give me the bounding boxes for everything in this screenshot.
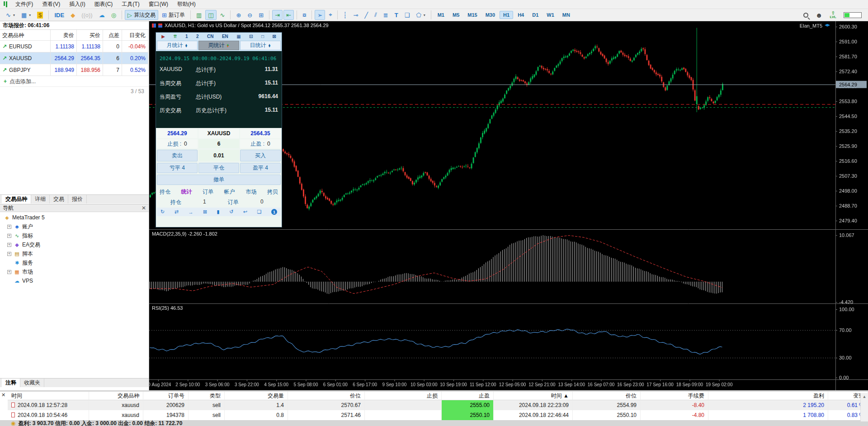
market-bag-button[interactable]: ◆ (68, 10, 78, 20)
calendar-icon[interactable]: ▦ (236, 34, 241, 39)
chart-profile-button[interactable]: ∿▾ (3, 10, 18, 20)
column-header[interactable]: 手续费 (641, 392, 708, 400)
column-header[interactable]: 盈利 (708, 392, 828, 400)
navigator-tab[interactable]: 注释 (2, 379, 20, 387)
stat-period-button[interactable]: 周统计▲▼ (198, 41, 239, 50)
expand-icon[interactable]: + (7, 234, 11, 238)
stat-period-button[interactable]: 月统计▲▼ (157, 41, 198, 50)
toolbox-scrollbar[interactable]: ▲ (860, 393, 868, 421)
market-watch-tab[interactable]: 详细 (31, 195, 50, 204)
hline-button[interactable]: ⊸ (350, 10, 361, 20)
doc-icon[interactable]: ❏ (257, 209, 262, 215)
tree-item-scripts[interactable]: +▤脚本 (0, 249, 149, 258)
tree-root[interactable]: ◈MetaTrader 5 (0, 213, 149, 222)
timeframe-m30-button[interactable]: M30 (482, 11, 499, 19)
candles-button[interactable]: ◫ (205, 10, 216, 20)
auto-scroll-button[interactable]: ⇤ (283, 10, 294, 20)
channel-button[interactable]: ⫽ (372, 10, 380, 20)
lang-en-button[interactable]: EN (222, 34, 228, 39)
column-header[interactable]: 卖价 (51, 30, 77, 41)
spinner-icon[interactable]: ▲▼ (226, 44, 230, 47)
vline-button[interactable]: ┆ (340, 10, 349, 20)
new-order-button[interactable]: ⊞新订单 (159, 10, 188, 20)
account-icon[interactable]: ☻ (816, 11, 823, 19)
spinner-icon[interactable]: ▲▼ (268, 44, 271, 47)
column-header[interactable]: 买价 (77, 30, 103, 41)
bars-button[interactable]: ▥ (193, 10, 204, 20)
market-watch-tab[interactable]: 交易 (50, 195, 68, 204)
cursor-button[interactable]: ➢ (315, 10, 325, 20)
arrow-right-icon[interactable]: → (188, 209, 193, 215)
toolbox-close-button[interactable]: ✕ (1, 393, 5, 398)
column-header[interactable]: 订单号 (143, 392, 189, 400)
maximize-icon[interactable]: □ (261, 34, 264, 39)
play-icon[interactable]: ▶ (161, 34, 165, 39)
expand-icon[interactable]: + (7, 270, 11, 274)
text-button[interactable]: T (392, 10, 401, 20)
search-icon[interactable] (803, 13, 808, 18)
charts-list-button[interactable]: ▦▾ (19, 10, 33, 20)
tree-item-experts[interactable]: +◆EA交易 (0, 240, 149, 249)
label-button[interactable]: ❑ (402, 10, 413, 20)
zoom-in-button[interactable]: ⊕ (233, 10, 244, 20)
column-header[interactable]: 点差 (103, 30, 122, 41)
symbol-cell[interactable]: ↗EURUSD (0, 41, 51, 52)
ea-tab-订单[interactable]: 订单 (203, 188, 213, 196)
line-chart-button[interactable]: ∿ (217, 10, 228, 20)
market-watch-tab[interactable]: 报价 (68, 195, 87, 204)
lang-cn-button[interactable]: CN (207, 34, 213, 39)
quotes-button[interactable]: $ (34, 10, 46, 20)
column-header[interactable]: 止盈 (442, 392, 494, 400)
ea-tab-统计[interactable]: 统计 (181, 188, 192, 196)
sl-field[interactable]: 止损 :0 (157, 139, 198, 148)
timeframe-mn-button[interactable]: MN (559, 11, 574, 19)
expand-icon[interactable]: + (7, 252, 11, 256)
reload-icon[interactable]: ↺ (229, 209, 233, 215)
symbol-cell[interactable]: ↗XAUUSD (0, 52, 51, 64)
ea-tab-市场[interactable]: 市场 (245, 188, 256, 196)
trendline-button[interactable]: ╱ (362, 10, 371, 20)
menu-item[interactable]: 文件(F) (11, 0, 38, 8)
spinner-icon[interactable]: ▲▼ (185, 44, 188, 47)
navigator-close-icon[interactable]: ✕ (142, 205, 146, 211)
swap-icon[interactable]: ⇄ (175, 209, 179, 215)
menu-item[interactable]: 窗口(W) (144, 0, 173, 8)
shapes-button[interactable]: ⬠▾ (413, 10, 428, 20)
refresh-icon[interactable]: ↻ (160, 209, 165, 215)
close-all-button[interactable]: 平仓 (198, 163, 239, 173)
market-watch-add-row[interactable]: +点击添加... (0, 76, 149, 87)
tile-windows-button[interactable]: ⊞ (256, 10, 266, 20)
expand-icon[interactable]: + (7, 225, 11, 229)
tp-field[interactable]: 止盈 :0 (240, 139, 281, 148)
timeframe-w1-button[interactable]: W1 (543, 11, 558, 19)
table-row[interactable]: 2024.09.18 10:54:46xauusd194378sell0.825… (8, 410, 868, 420)
close-icon[interactable]: ⊠ (272, 34, 276, 39)
close-all-icon[interactable]: ⊠ (203, 209, 207, 215)
algo-trading-button[interactable]: ▷算法交易 (125, 10, 158, 20)
shift-end-button[interactable]: ⇥ (272, 10, 283, 20)
volume-field[interactable]: 0.01 (198, 150, 239, 161)
ea-tab-拷贝[interactable]: 拷贝 (267, 188, 278, 196)
tree-item-accounts[interactable]: +☻账户 (0, 222, 149, 231)
column-header[interactable]: 交易量 (225, 392, 288, 400)
column-header[interactable]: 日变化 (122, 30, 148, 41)
buy-button[interactable]: 买入 (240, 150, 281, 161)
preset-1-button[interactable]: 1 (185, 34, 188, 39)
signals-button[interactable]: ◎ (108, 10, 119, 20)
broadcast-button[interactable]: ((o)) (79, 10, 95, 20)
cancel-orders-button[interactable]: 撤单 (157, 175, 281, 185)
arrows-up-icon[interactable]: ⇈ (173, 34, 177, 39)
column-header[interactable]: 交易品种 (89, 392, 143, 400)
tree-item-market[interactable]: +▦市场 (0, 267, 149, 276)
zoom-out-button[interactable]: ⊖ (245, 10, 255, 20)
timeframe-m5-button[interactable]: M5 (449, 11, 463, 19)
menu-item[interactable]: 帮助(H) (173, 0, 200, 8)
info-one-icon[interactable]: 1 (271, 209, 277, 215)
menu-item[interactable]: 插入(I) (65, 0, 90, 8)
timeframe-h4-button[interactable]: H4 (514, 11, 528, 19)
cloud-button[interactable]: ☁ (96, 10, 108, 20)
menu-item[interactable]: 图表(C) (90, 0, 118, 8)
tree-item-vps[interactable]: ☁VPS (0, 276, 149, 285)
timeframe-d1-button[interactable]: D1 (528, 11, 542, 19)
crosshair-button[interactable]: ⌖ (326, 10, 335, 20)
